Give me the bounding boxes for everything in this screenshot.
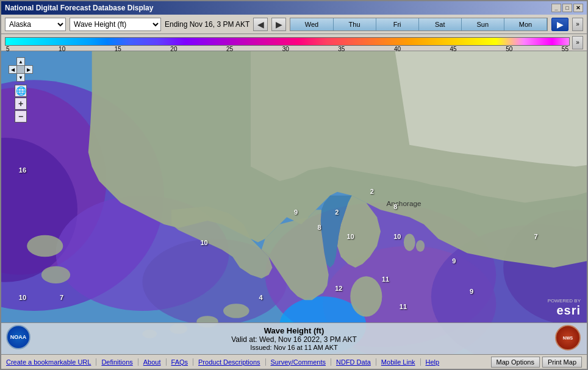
pan-control: ▲ ▼ ◀ ▶: [9, 57, 33, 82]
map-nav-controls: ▲ ▼ ◀ ▶ 🌐 + −: [9, 57, 33, 123]
map-status: Wave Height (ft) Valid at: Wed, Nov 16 2…: [1, 322, 587, 354]
svg-point-18: [27, 235, 63, 257]
wave-value-12: 12: [335, 285, 342, 292]
zoom-out-button[interactable]: −: [15, 110, 27, 123]
zoom-globe-button[interactable]: 🌐: [15, 85, 27, 97]
pan-center-button[interactable]: [16, 65, 25, 74]
svg-point-19: [41, 266, 70, 283]
date-label: Ending Nov 16, 3 PM AKT: [165, 20, 249, 29]
pan-right-button[interactable]: ▶: [24, 65, 33, 74]
noaa-emblem: NOAA: [6, 325, 30, 349]
footer: Create a bookmarkable URL Definitions Ab…: [1, 354, 587, 369]
wave-value-7: 7: [60, 294, 63, 301]
timeline-day-mon[interactable]: Mon: [504, 18, 547, 30]
map-container[interactable]: Anchorage 16 10 7 9 8 2 10 10 2 8 7 9 11…: [1, 51, 587, 354]
window-frame: National Digital Forecast Database Displ…: [0, 0, 588, 370]
footer-link-about[interactable]: About: [138, 358, 167, 366]
play-button[interactable]: ▶: [551, 18, 568, 31]
timeline-day-thu[interactable]: Thu: [334, 18, 376, 30]
wave-value-9c: 9: [470, 288, 473, 295]
minimize-button[interactable]: _: [551, 4, 561, 12]
wave-value-10d: 10: [200, 239, 207, 246]
colorscale-container: 5 10 15 20 25 30 35 40 45 50 55 »: [1, 34, 587, 51]
footer-link-help[interactable]: Help: [421, 358, 445, 366]
wave-value-9a: 9: [294, 208, 298, 216]
wave-value-11a: 11: [382, 276, 389, 283]
zoom-controls: 🌐 + −: [15, 85, 27, 123]
footer-link-definitions[interactable]: Definitions: [96, 358, 138, 366]
region-select[interactable]: Alaska: [5, 18, 66, 31]
wave-value-7b: 7: [534, 233, 538, 240]
zoom-in-button[interactable]: +: [15, 98, 27, 110]
colorscale-gradient: [5, 37, 570, 46]
nws-emblem: NWS: [555, 325, 581, 350]
svg-point-17: [416, 240, 425, 252]
footer-link-ndfd[interactable]: NDFD Data: [331, 358, 376, 366]
parameter-select[interactable]: Wave Height (ft): [70, 18, 161, 31]
title-bar-buttons: _ □ ✕: [551, 4, 583, 12]
collapse-timeline-button[interactable]: »: [572, 18, 583, 31]
collapse-colorscale-button[interactable]: »: [572, 36, 583, 49]
pan-up-button[interactable]: ▲: [16, 57, 25, 66]
wave-value-10a: 10: [19, 294, 26, 301]
svg-text:Anchorage: Anchorage: [386, 199, 421, 208]
esri-badge: POWERED BY esri: [548, 298, 581, 318]
timeline-bar[interactable]: Wed Thu Fri Sat Sun Mon: [290, 18, 548, 31]
wave-value-10c: 10: [393, 233, 401, 240]
close-button[interactable]: ✕: [573, 4, 583, 12]
svg-point-15: [350, 276, 382, 316]
footer-link-products[interactable]: Product Descriptions: [193, 358, 266, 366]
esri-powered-text: POWERED BY: [548, 298, 581, 304]
map-status-title: Wave Height (ft): [264, 326, 324, 335]
wave-value-8a: 8: [317, 224, 321, 231]
restore-button[interactable]: □: [562, 4, 572, 12]
toolbar: Alaska Wave Height (ft) Ending Nov 16, 3…: [1, 15, 587, 34]
timeline-day-sat[interactable]: Sat: [419, 18, 462, 30]
map-options-button[interactable]: Map Options: [491, 357, 540, 368]
footer-link-mobile[interactable]: Mobile Link: [376, 358, 421, 366]
nws-logo: NWS: [555, 325, 582, 352]
wave-value-9b: 9: [452, 257, 456, 265]
window-title: National Digital Forecast Database Displ…: [5, 4, 153, 12]
title-bar: National Digital Forecast Database Displ…: [1, 1, 587, 15]
footer-link-bookmark[interactable]: Create a bookmarkable URL: [6, 358, 96, 366]
footer-link-survey[interactable]: Survey/Comments: [266, 358, 331, 366]
wave-value-2a: 2: [335, 208, 339, 216]
timeline-days: Wed Thu Fri Sat Sun Mon: [290, 18, 547, 30]
wave-value-10b: 10: [346, 233, 354, 240]
print-map-button[interactable]: Print Map: [542, 357, 582, 368]
timeline-day-sun[interactable]: Sun: [462, 18, 504, 30]
esri-logo: esri: [548, 304, 581, 318]
wave-value-11b: 11: [400, 303, 407, 310]
wave-value-8b: 8: [393, 203, 397, 210]
footer-link-faqs[interactable]: FAQs: [167, 358, 194, 366]
map-svg: Anchorage: [1, 51, 587, 354]
wave-value-2b: 2: [370, 188, 374, 195]
svg-point-16: [404, 233, 415, 251]
wave-value-16: 16: [19, 166, 26, 174]
pan-left-button[interactable]: ◀: [9, 65, 17, 74]
wave-value-4: 4: [259, 294, 262, 301]
map-status-valid: Valid at: Wed, Nov 16 2022, 3 PM AKT: [231, 335, 357, 344]
pan-down-button[interactable]: ▼: [16, 73, 25, 82]
map-status-issued: Issued: Nov 16 at 11 AM AKT: [250, 344, 338, 351]
noaa-logo: NOAA: [6, 325, 33, 352]
timeline-day-fri[interactable]: Fri: [376, 18, 419, 30]
svg-point-11: [223, 304, 249, 318]
next-button[interactable]: ▶: [271, 18, 286, 31]
prev-button[interactable]: ◀: [253, 18, 268, 31]
timeline-day-wed[interactable]: Wed: [290, 18, 333, 30]
colorscale-bar: 5 10 15 20 25 30 35 40 45 50 55: [5, 37, 570, 48]
